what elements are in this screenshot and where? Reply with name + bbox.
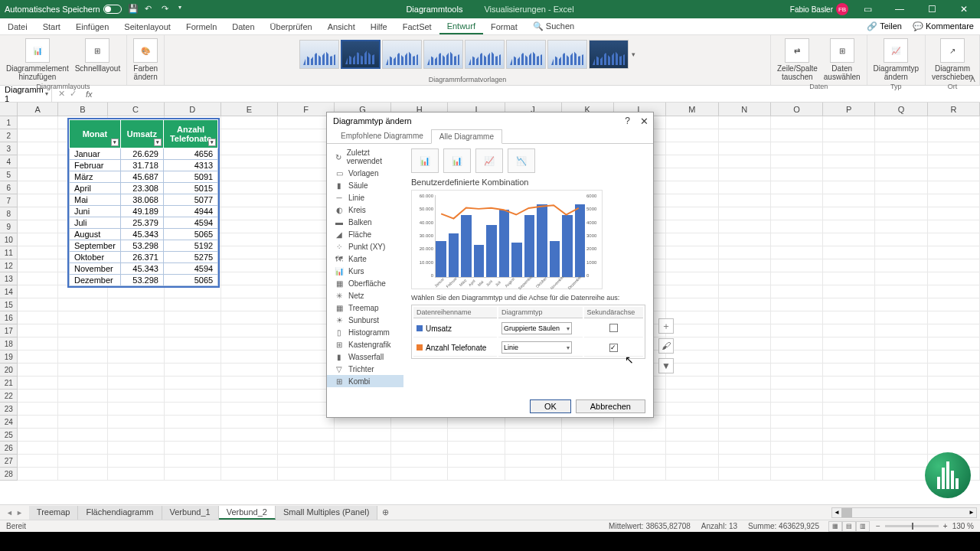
quick-layout-button[interactable]: ⊞Schnelllayout <box>74 37 122 83</box>
dialog-tab[interactable]: Empfohlene Diagramme <box>333 129 431 143</box>
table-cell[interactable]: 26.629 <box>120 148 163 160</box>
sheet-tab[interactable]: Treemap <box>29 506 79 520</box>
sheet-tab[interactable]: Flächendiagramm <box>78 506 162 520</box>
dialog-close-icon[interactable]: ✕ <box>640 116 648 127</box>
series-type-dropdown[interactable]: Linie <box>501 341 572 354</box>
column-header[interactable]: R <box>928 103 980 116</box>
dialog-tab[interactable]: Alle Diagramme <box>431 129 502 144</box>
share-button[interactable]: 🔗 Teilen <box>867 21 902 31</box>
redo-icon[interactable]: ↷ <box>162 4 172 15</box>
chart-type-item[interactable]: 📊Kurs <box>327 265 403 277</box>
series-type-dropdown[interactable]: Gruppierte Säulen <box>501 322 572 334</box>
close-icon[interactable]: ✕ <box>951 0 977 18</box>
change-colors-button[interactable]: 🎨Farben ändern <box>132 37 159 83</box>
table-cell[interactable]: 38.068 <box>120 194 163 206</box>
zoom-out-icon[interactable]: − <box>876 522 880 530</box>
row-header[interactable]: 10 <box>0 233 18 246</box>
row-header[interactable]: 6 <box>0 181 18 194</box>
tab-nav-prev[interactable]: ◄ <box>6 509 13 517</box>
menu-überprüfen[interactable]: Überprüfen <box>263 18 320 34</box>
chart-type-item[interactable]: ▽Trichter <box>327 363 403 375</box>
table-cell[interactable]: 5077 <box>163 194 217 206</box>
ribbon-mode-icon[interactable]: ▭ <box>854 0 880 18</box>
menu-entwurf[interactable]: Entwurf <box>439 18 483 34</box>
chart-type-item[interactable]: ◐Kreis <box>327 204 403 216</box>
row-header[interactable]: 17 <box>0 324 18 337</box>
column-header[interactable]: Q <box>875 103 927 116</box>
select-data-button[interactable]: ⊞Daten auswählen <box>822 37 862 83</box>
row-header[interactable]: 21 <box>0 377 18 390</box>
comments-button[interactable]: 💬 Kommentare <box>913 21 974 31</box>
style-6[interactable] <box>506 40 546 69</box>
zoom-slider[interactable] <box>885 525 939 527</box>
combo-subtype-4[interactable]: 📉 <box>508 148 535 173</box>
menu-seitenlayout[interactable]: Seitenlayout <box>116 18 178 34</box>
sheet-tab[interactable]: Small Multiples (Panel) <box>276 506 377 520</box>
style-4[interactable] <box>423 40 463 69</box>
table-cell[interactable]: Juni <box>70 206 121 217</box>
table-header[interactable]: AnzahlTelefonate▾ <box>163 120 217 148</box>
menu-start[interactable]: Start <box>35 18 68 34</box>
table-cell[interactable]: 4313 <box>163 160 217 171</box>
row-header[interactable]: 5 <box>0 168 18 181</box>
row-header[interactable]: 8 <box>0 207 18 220</box>
move-chart-button[interactable]: ↗Diagramm verschieben <box>930 37 975 83</box>
table-cell[interactable]: Dezember <box>70 275 121 286</box>
change-chart-type-button[interactable]: 📈Diagrammtyp ändern <box>872 37 920 83</box>
row-header[interactable]: 28 <box>0 468 18 481</box>
row-header[interactable]: 12 <box>0 259 18 272</box>
row-header[interactable]: 18 <box>0 337 18 350</box>
chart-type-item[interactable]: ▮Säule <box>327 179 403 191</box>
table-cell[interactable]: 4594 <box>163 263 217 275</box>
fx-icon[interactable]: fx <box>83 90 93 99</box>
data-table[interactable]: Monat▾Umsatz▾AnzahlTelefonate▾Januar26.6… <box>67 118 220 288</box>
menu-datei[interactable]: Datei <box>0 18 35 34</box>
row-header[interactable]: 25 <box>0 429 18 442</box>
gallery-more-icon[interactable]: ▾ <box>632 51 635 58</box>
column-header[interactable]: B <box>58 103 107 116</box>
row-header[interactable]: 27 <box>0 455 18 468</box>
sheet-tab[interactable]: Verbund_1 <box>162 506 219 520</box>
table-cell[interactable]: 4594 <box>163 217 217 229</box>
column-header[interactable]: D <box>165 103 221 116</box>
chart-type-item[interactable]: ▬Balken <box>327 216 403 228</box>
menu-daten[interactable]: Daten <box>224 18 262 34</box>
chart-type-item[interactable]: ⊞Kombi <box>327 375 403 387</box>
view-break-icon[interactable]: ▥ <box>856 521 870 532</box>
row-header[interactable]: 20 <box>0 364 18 377</box>
chart-type-item[interactable]: ▦Oberfläche <box>327 277 403 289</box>
dialog-help-icon[interactable]: ? <box>625 116 630 126</box>
chart-styles-icon[interactable]: 🖌 <box>658 338 674 354</box>
chart-type-item[interactable]: ▭Vorlagen <box>327 167 403 179</box>
style-8[interactable] <box>589 40 629 69</box>
style-2[interactable] <box>341 40 381 69</box>
row-header[interactable]: 22 <box>0 390 18 403</box>
table-cell[interactable]: Mai <box>70 194 121 206</box>
maximize-icon[interactable]: ☐ <box>919 0 945 18</box>
row-header[interactable]: 24 <box>0 416 18 429</box>
table-header[interactable]: Monat▾ <box>70 120 121 148</box>
table-header[interactable]: Umsatz▾ <box>120 120 163 148</box>
table-cell[interactable]: 23.308 <box>120 183 163 194</box>
secondary-axis-checkbox[interactable] <box>609 324 618 332</box>
row-header[interactable]: 19 <box>0 350 18 364</box>
style-1[interactable] <box>299 40 339 69</box>
table-cell[interactable]: 5065 <box>163 275 217 286</box>
column-header[interactable]: E <box>221 103 278 116</box>
user-account[interactable]: Fabio Basler FB <box>790 3 848 15</box>
row-header[interactable]: 13 <box>0 272 18 285</box>
style-5[interactable] <box>465 40 505 69</box>
column-header[interactable]: P <box>823 103 875 116</box>
column-header[interactable]: C <box>108 103 165 116</box>
table-cell[interactable]: 5275 <box>163 252 217 263</box>
combo-subtype-1[interactable]: 📊 <box>411 148 439 173</box>
table-cell[interactable]: Februar <box>70 160 121 171</box>
table-cell[interactable]: 5015 <box>163 183 217 194</box>
zoom-in-icon[interactable]: + <box>943 522 948 530</box>
chart-type-item[interactable]: ▦Treemap <box>327 302 403 314</box>
row-header[interactable]: 23 <box>0 403 18 416</box>
autosave-toggle[interactable]: Automatisches Speichern <box>5 5 122 14</box>
style-7[interactable] <box>547 40 587 69</box>
table-cell[interactable]: 53.298 <box>120 240 163 252</box>
row-header[interactable]: 4 <box>0 155 18 168</box>
